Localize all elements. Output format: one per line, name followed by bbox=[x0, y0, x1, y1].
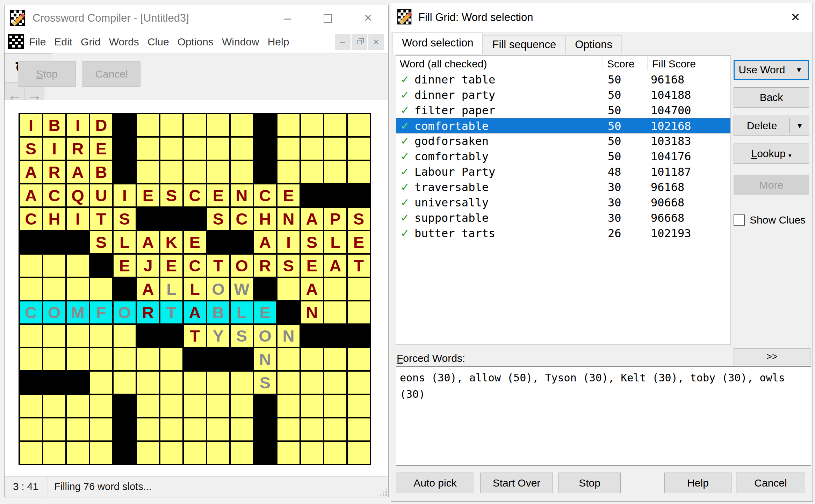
grid-cell[interactable]: A bbox=[67, 161, 89, 183]
grid-cell[interactable] bbox=[90, 442, 112, 464]
grid-block[interactable] bbox=[254, 138, 276, 160]
grid-cell[interactable]: H bbox=[254, 208, 276, 230]
grid-cell[interactable]: N bbox=[277, 325, 300, 347]
dialog-close-button[interactable]: ✕ bbox=[783, 3, 808, 32]
grid-cell[interactable]: S bbox=[277, 255, 300, 277]
grid-block[interactable] bbox=[114, 114, 136, 136]
grid-cell[interactable] bbox=[324, 278, 346, 300]
grid-cell[interactable] bbox=[277, 395, 300, 417]
grid-cell[interactable] bbox=[137, 418, 159, 440]
grid-cell[interactable]: Q bbox=[67, 184, 89, 206]
grid-cell[interactable]: H bbox=[43, 208, 65, 230]
menu-options[interactable]: Options bbox=[173, 32, 218, 52]
grid-cell[interactable] bbox=[231, 418, 253, 440]
grid-cell[interactable]: S bbox=[20, 138, 42, 160]
grid-cell[interactable] bbox=[90, 325, 112, 347]
grid-cell[interactable] bbox=[160, 348, 182, 370]
grid-cell[interactable] bbox=[184, 161, 206, 183]
show-clues-checkbox[interactable] bbox=[734, 214, 745, 226]
grid-cell[interactable] bbox=[348, 418, 370, 440]
mdi-restore-button[interactable] bbox=[352, 34, 367, 50]
grid-block[interactable] bbox=[20, 372, 42, 394]
grid-cell[interactable]: B bbox=[207, 301, 229, 323]
grid-cell[interactable] bbox=[43, 255, 65, 277]
grid-block[interactable] bbox=[114, 278, 136, 300]
grid-cell[interactable] bbox=[207, 161, 229, 183]
grid-block[interactable] bbox=[137, 208, 159, 230]
grid-cell[interactable]: L bbox=[231, 301, 253, 323]
grid-cell[interactable] bbox=[114, 372, 136, 394]
grid-cell[interactable]: A bbox=[301, 278, 323, 300]
grid-cell[interactable] bbox=[160, 372, 182, 394]
grid-cell[interactable] bbox=[67, 325, 89, 347]
grid-cell[interactable] bbox=[231, 138, 253, 160]
grid-cell[interactable] bbox=[160, 161, 182, 183]
grid-cell[interactable] bbox=[90, 418, 112, 440]
grid-cell[interactable]: L bbox=[160, 278, 182, 300]
grid-cell[interactable] bbox=[137, 138, 159, 160]
grid-block[interactable] bbox=[231, 348, 253, 370]
grid-cell[interactable] bbox=[324, 418, 346, 440]
grid-cell[interactable] bbox=[67, 255, 89, 277]
grid-cell[interactable] bbox=[231, 114, 253, 136]
grid-block[interactable] bbox=[231, 231, 253, 253]
grid-cell[interactable]: O bbox=[43, 301, 65, 323]
grid-block[interactable] bbox=[348, 325, 370, 347]
grid-cell[interactable] bbox=[348, 301, 370, 323]
grid-cell[interactable] bbox=[301, 372, 323, 394]
grid-cell[interactable] bbox=[324, 348, 346, 370]
grid-cell[interactable] bbox=[20, 278, 42, 300]
grid-cell[interactable] bbox=[207, 114, 229, 136]
word-list-row[interactable]: ✓filter paper50104700 bbox=[396, 103, 730, 118]
grid-cell[interactable] bbox=[90, 395, 112, 417]
grid-cell[interactable] bbox=[301, 418, 323, 440]
grid-cell[interactable]: E bbox=[254, 301, 276, 323]
word-list-row[interactable]: ✓dinner table5096168 bbox=[396, 72, 730, 87]
grid-cell[interactable] bbox=[43, 418, 65, 440]
grid-cell[interactable] bbox=[43, 442, 65, 464]
grid-cell[interactable]: E bbox=[301, 255, 323, 277]
grid-cell[interactable]: T bbox=[207, 255, 229, 277]
grid-block[interactable] bbox=[254, 395, 276, 417]
grid-cell[interactable]: J bbox=[137, 255, 159, 277]
grid-cell[interactable] bbox=[184, 395, 206, 417]
grid-cell[interactable] bbox=[324, 301, 346, 323]
grid-cell[interactable] bbox=[277, 372, 300, 394]
grid-cell[interactable] bbox=[348, 114, 370, 136]
grid-cell[interactable]: N bbox=[277, 208, 300, 230]
cancel-button[interactable]: Cancel bbox=[82, 61, 140, 87]
grid-cell[interactable] bbox=[348, 372, 370, 394]
grid-cell[interactable]: B bbox=[43, 114, 65, 136]
grid-cell[interactable] bbox=[277, 442, 300, 464]
grid-cell[interactable]: S bbox=[301, 231, 323, 253]
grid-cell[interactable]: E bbox=[160, 255, 182, 277]
grid-cell[interactable]: C bbox=[254, 184, 276, 206]
grid-cell[interactable]: I bbox=[43, 138, 65, 160]
grid-cell[interactable] bbox=[231, 161, 253, 183]
grid-cell[interactable]: I bbox=[20, 114, 42, 136]
grid-cell[interactable] bbox=[20, 395, 42, 417]
grid-cell[interactable] bbox=[301, 138, 323, 160]
start-over-button[interactable]: Start Over bbox=[480, 473, 553, 493]
grid-cell[interactable]: S bbox=[207, 208, 229, 230]
mdi-minimize-button[interactable]: – bbox=[335, 34, 351, 50]
grid-block[interactable] bbox=[324, 325, 346, 347]
grid-cell[interactable] bbox=[277, 348, 300, 370]
menu-clue[interactable]: Clue bbox=[143, 32, 173, 52]
grid-cell[interactable] bbox=[137, 442, 159, 464]
grid-cell[interactable]: S bbox=[348, 208, 370, 230]
grid-cell[interactable] bbox=[207, 442, 229, 464]
grid-cell[interactable] bbox=[348, 138, 370, 160]
grid-cell[interactable] bbox=[301, 114, 323, 136]
grid-cell[interactable] bbox=[207, 418, 229, 440]
grid-cell[interactable] bbox=[160, 442, 182, 464]
grid-cell[interactable]: I bbox=[114, 184, 136, 206]
grid-block[interactable] bbox=[254, 161, 276, 183]
grid-block[interactable] bbox=[160, 325, 182, 347]
grid-block[interactable] bbox=[114, 395, 136, 417]
tab-options[interactable]: Options bbox=[565, 35, 622, 54]
grid-cell[interactable] bbox=[137, 348, 159, 370]
grid-cell[interactable]: O bbox=[254, 325, 276, 347]
tab-fill-sequence[interactable]: Fill sequence bbox=[483, 35, 565, 54]
grid-block[interactable] bbox=[137, 325, 159, 347]
